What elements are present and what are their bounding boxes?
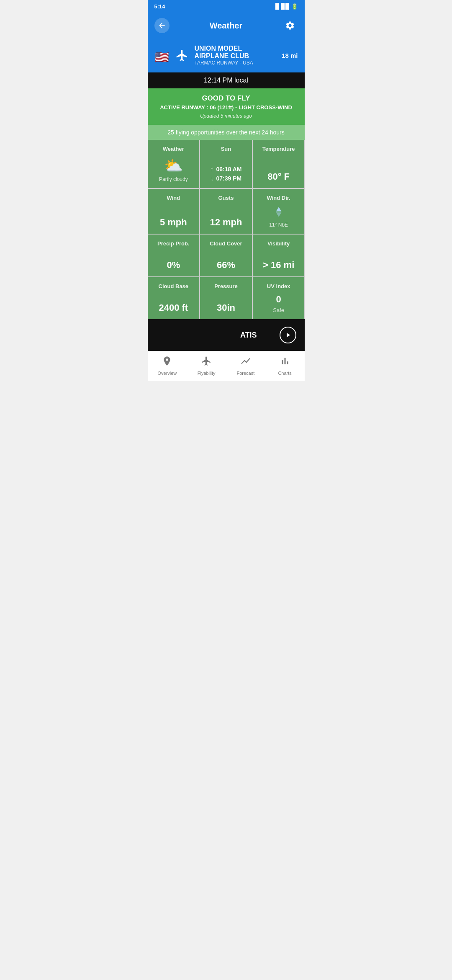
wind-direction-arrow-icon: [273, 206, 285, 220]
settings-button[interactable]: [282, 18, 298, 33]
pressure-value: 30in: [217, 302, 235, 313]
sunrise-time: 06:18 AM: [216, 166, 242, 173]
charts-icon: [280, 356, 290, 369]
weather-cell-winddir: Wind Dir. 11° NbE: [253, 189, 305, 234]
cell-label-winddir: Wind Dir.: [267, 195, 290, 201]
back-button[interactable]: [154, 18, 170, 33]
nav-item-overview[interactable]: Overview: [148, 351, 187, 381]
fly-status: GOOD TO FLY: [154, 94, 298, 103]
precip-value: 0%: [167, 260, 180, 271]
weather-cell-cloudcover: Cloud Cover 66%: [200, 235, 252, 276]
status-bar: 5:14 ▊ ▊▊ 🔋: [148, 0, 305, 13]
nav-label-charts: Charts: [278, 371, 291, 376]
nav-item-charts[interactable]: Charts: [265, 351, 305, 381]
nav-label-flyability: Flyability: [198, 371, 216, 376]
airport-name: UNION MODEL AIRPLANE CLUB: [195, 45, 277, 60]
temperature-value: 80° F: [267, 171, 290, 182]
uv-label: Safe: [273, 307, 284, 313]
airport-info: 🇺🇸 UNION MODEL AIRPLANE CLUB TARMAC RUNW…: [148, 40, 305, 72]
sunrise-row: ↑ 06:18 AM: [211, 165, 242, 173]
country-flag: 🇺🇸: [154, 50, 170, 60]
weather-cell-uv: UV Index 0 Safe: [253, 277, 305, 319]
cell-label-precip: Precip Prob.: [157, 240, 190, 247]
nav-item-flyability[interactable]: Flyability: [187, 351, 226, 381]
weather-cell-gusts: Gusts 12 mph: [200, 189, 252, 234]
weather-cell-sun: Sun ↑ 06:18 AM ↓ 07:39 PM: [200, 140, 252, 188]
battery-icon: 🔋: [291, 3, 298, 10]
cell-label-visibility: Visibility: [267, 240, 290, 247]
weather-icon: ⛅: [164, 157, 183, 175]
time-bar: 12:14 PM local: [148, 72, 305, 88]
opportunities-text: 25 flying opportunities over the next 24…: [167, 129, 284, 136]
sunset-row: ↓ 07:39 PM: [211, 175, 242, 182]
weather-cell-weather: Weather ⛅ Partly cloudy: [148, 140, 200, 188]
winddir-value: 11° NbE: [269, 222, 288, 228]
weather-cell-precip: Precip Prob. 0%: [148, 235, 200, 276]
nav-item-forecast[interactable]: Forecast: [226, 351, 265, 381]
bottom-nav: Overview Flyability Forecast Charts: [148, 351, 305, 381]
uv-value: 0: [276, 294, 281, 305]
weather-condition: Partly cloudy: [159, 176, 188, 182]
cell-label-cloudcover: Cloud Cover: [210, 240, 242, 247]
cell-label-temperature: Temperature: [262, 146, 295, 152]
cell-label-pressure: Pressure: [214, 283, 238, 289]
wind-value: 5 mph: [160, 217, 187, 228]
airport-distance: 18 mi: [282, 52, 298, 59]
cloudcover-value: 66%: [217, 260, 235, 271]
updated-time: Updated 5 minutes ago: [154, 113, 298, 119]
overview-icon: [162, 356, 172, 369]
cell-label-sun: Sun: [221, 146, 231, 152]
forecast-icon: [240, 356, 251, 369]
atis-bar: ATIS: [148, 319, 305, 351]
signal-icon: ▊▊: [281, 3, 290, 10]
fly-banner: GOOD TO FLY ACTIVE RUNWAY : 06 (121ft) -…: [148, 88, 305, 125]
cell-label-cloudbase: Cloud Base: [159, 283, 189, 289]
status-icons: ▊ ▊▊ 🔋: [275, 3, 298, 10]
weather-cell-pressure: Pressure 30in: [200, 277, 252, 319]
airport-icon: [175, 49, 189, 62]
cloudbase-value: 2400 ft: [159, 302, 188, 313]
atis-title: ATIS: [218, 331, 280, 340]
runway-info: ACTIVE RUNWAY : 06 (121ft) - LIGHT CROSS…: [154, 104, 298, 111]
sun-times: ↑ 06:18 AM ↓ 07:39 PM: [211, 165, 242, 182]
nav-label-forecast: Forecast: [236, 371, 254, 376]
gusts-value: 12 mph: [210, 217, 242, 228]
nav-label-overview: Overview: [157, 371, 177, 376]
cell-label-gusts: Gusts: [218, 195, 234, 201]
status-time: 5:14: [154, 3, 165, 10]
airport-details: UNION MODEL AIRPLANE CLUB TARMAC RUNWAY …: [195, 45, 277, 66]
sunrise-arrow-icon: ↑: [211, 165, 214, 173]
opportunities-bar: 25 flying opportunities over the next 24…: [148, 125, 305, 140]
flyability-icon: [201, 356, 212, 369]
cell-label-wind: Wind: [167, 195, 180, 201]
wifi-icon: ▊: [275, 3, 280, 10]
local-time: 12:14 PM local: [204, 77, 248, 84]
weather-cell-wind: Wind 5 mph: [148, 189, 200, 234]
cell-label-uv: UV Index: [267, 283, 290, 289]
weather-cell-visibility: Visibility > 16 mi: [253, 235, 305, 276]
sunset-time: 07:39 PM: [216, 175, 242, 182]
page-title: Weather: [210, 21, 243, 31]
atis-play-button[interactable]: [280, 327, 296, 343]
visibility-value: > 16 mi: [263, 260, 294, 271]
airport-sub: TARMAC RUNWAY - USA: [195, 60, 277, 66]
weather-cell-cloudbase: Cloud Base 2400 ft: [148, 277, 200, 319]
sunset-arrow-icon: ↓: [211, 175, 214, 182]
weather-cell-temperature: Temperature 80° F: [253, 140, 305, 188]
cell-label-weather: Weather: [163, 146, 184, 152]
weather-grid: Weather ⛅ Partly cloudy Sun ↑ 06:18 AM ↓…: [148, 140, 305, 319]
app-header: Weather: [148, 13, 305, 40]
